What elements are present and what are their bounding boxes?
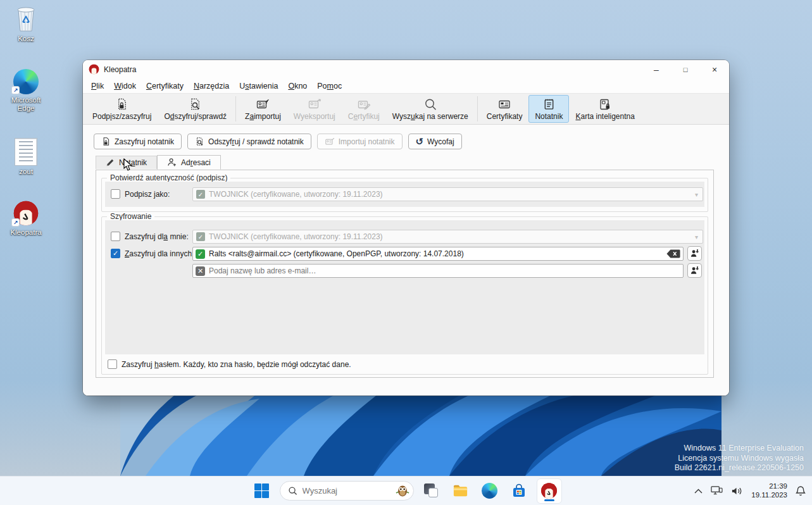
microsoft-store-button[interactable] xyxy=(508,480,530,502)
toolbar-export: Wyeksportuj xyxy=(287,95,342,123)
recipients-panel: Potwierdź autentyczność (podpisz) Podpis… xyxy=(96,170,714,378)
decrypt-verify-notepad-button[interactable]: Odszyfruj / sprawdź notatnik xyxy=(187,134,311,149)
menu-pomoc[interactable]: Pomoc xyxy=(312,80,347,92)
task-view-button[interactable] xyxy=(420,480,443,502)
desktop-icon-label: zout xyxy=(4,168,48,176)
toolbar-import[interactable]: Zaimportuj xyxy=(239,95,287,123)
sign-as-checkbox[interactable] xyxy=(111,189,120,199)
sign-groupbox: Potwierdź autentyczność (podpisz) Podpis… xyxy=(101,178,708,212)
search-input[interactable] xyxy=(303,486,389,496)
menu-widok[interactable]: Widok xyxy=(109,80,141,92)
menubar: Plik Widok Certyfikaty Narzędzia Ustawie… xyxy=(83,78,729,93)
recipient-email-input[interactable] xyxy=(209,266,680,275)
toolbar-separator xyxy=(477,96,478,122)
notepad-tabs: Notatnik Adresaci xyxy=(96,155,221,169)
desktop-icon-recycle-bin[interactable]: Kosz xyxy=(4,4,48,43)
tray-date: 19.11.2023 xyxy=(751,491,787,500)
button-label: Importuj notatnik xyxy=(339,137,395,146)
menu-ustawienia[interactable]: Ustawienia xyxy=(234,80,283,92)
toolbar-decrypt-verify[interactable]: Odszyfruj/sprawdź xyxy=(158,95,233,123)
undo-icon: ↺ xyxy=(416,137,424,146)
document-icon xyxy=(15,138,37,166)
toolbar-label: Certyfikuj xyxy=(348,112,380,121)
recipient-value: Ralts <ralts@airmail.cc> (certyfikowane,… xyxy=(209,249,663,258)
microsoft-store-icon xyxy=(511,483,527,499)
import-icon xyxy=(256,97,270,111)
desktop: { "colors": { "accent_blue": "#1b70c6", … xyxy=(0,0,812,505)
tray-clock[interactable]: 21:39 19.11.2023 xyxy=(751,482,787,499)
desktop-icon-edge[interactable]: ↗ Microsoft Edge xyxy=(4,65,48,113)
titlebar[interactable]: Kleopatra – □ × xyxy=(83,60,729,78)
sign-encrypt-icon xyxy=(101,137,111,146)
encrypt-others-label: Zaszyfruj dla innych: xyxy=(125,249,194,258)
toolbar-lookup-server[interactable]: Wyszukaj na serwerze xyxy=(386,95,475,123)
search-highlight-owl-icon xyxy=(394,483,411,499)
encrypt-notepad-button[interactable]: Zaszyfruj notatnik xyxy=(94,134,182,149)
watermark-line: Licencja systemu Windows wygasła xyxy=(675,454,804,464)
tab-adresaci[interactable]: Adresaci xyxy=(157,155,221,170)
toolbar-notepad[interactable]: Notatnik xyxy=(528,95,569,123)
toolbar-sign-encrypt[interactable]: Podpisz/zaszyfruj xyxy=(86,95,158,123)
file-explorer-icon xyxy=(452,482,469,499)
encrypt-others-checkbox[interactable]: ✓ xyxy=(111,249,120,258)
toolbar-label: Wyeksportuj xyxy=(294,112,335,121)
maximize-button[interactable]: □ xyxy=(671,60,700,78)
toolbar-smartcard[interactable]: Karta inteligentna xyxy=(569,95,640,123)
select-certificate-button[interactable] xyxy=(687,263,702,278)
kleopatra-window-icon xyxy=(89,64,99,75)
network-icon[interactable] xyxy=(711,485,723,496)
sign-encrypt-icon xyxy=(115,97,128,111)
toolbar-label: Podpisz/zaszyfruj xyxy=(92,112,151,121)
desktop-icon-kleopatra[interactable]: ↗ Kleopatra xyxy=(4,197,48,237)
window-content: Zaszyfruj notatnik Odszyfruj / sprawdź n… xyxy=(83,125,729,396)
notification-bell-icon[interactable] xyxy=(796,485,806,496)
desktop-icon-zout[interactable]: zout xyxy=(4,137,48,176)
recycle-bin-icon xyxy=(12,4,40,33)
export-icon xyxy=(308,97,322,111)
encrypt-others-row: ✓ Zaszyfruj dla innych: xyxy=(111,249,194,258)
start-button[interactable] xyxy=(251,480,273,502)
menu-okno[interactable]: Okno xyxy=(283,80,312,92)
recipient-input[interactable]: ✓ Ralts <ralts@airmail.cc> (certyfikowan… xyxy=(192,247,684,261)
watermark-line: Build 22621.ni_release.220506-1250 xyxy=(675,463,804,473)
person-add-icon xyxy=(690,249,699,258)
window-title: Kleopatra xyxy=(104,65,136,74)
disabled-check-icon: ✓ xyxy=(196,190,205,199)
kleopatra-taskbar-button[interactable] xyxy=(537,478,562,504)
tab-label: Adresaci xyxy=(181,158,211,167)
windows-start-icon xyxy=(254,483,269,498)
minimize-button[interactable]: – xyxy=(642,60,671,78)
recipient-empty-input[interactable]: ✕ xyxy=(192,264,684,278)
encrypt-me-label: Zaszyfruj dla mnie: xyxy=(125,232,189,241)
taskbar-search[interactable] xyxy=(280,481,414,501)
search-server-icon xyxy=(423,97,437,111)
toolbar-separator xyxy=(235,96,236,122)
menu-narzedzia[interactable]: Narzędzia xyxy=(189,80,234,92)
toolbar-label: Wyszukaj na serwerze xyxy=(392,112,468,121)
file-explorer-button[interactable] xyxy=(449,480,472,502)
select-certificate-button[interactable] xyxy=(687,246,702,261)
close-button[interactable]: × xyxy=(700,60,729,78)
revert-button[interactable]: ↺ Wycofaj xyxy=(408,134,462,149)
encrypt-password-checkbox[interactable] xyxy=(108,359,117,369)
edge-icon xyxy=(482,483,497,499)
decrypt-verify-icon xyxy=(195,137,204,146)
certificates-icon xyxy=(497,97,511,111)
taskbar: 21:39 19.11.2023 xyxy=(0,476,812,505)
menu-plik[interactable]: Plik xyxy=(86,80,109,92)
import-notepad-button: Importuj notatnik xyxy=(317,134,403,149)
toolbar: Podpisz/zaszyfruj Odszyfruj/sprawdź Zaim… xyxy=(83,93,729,125)
toolbar-label: Zaimportuj xyxy=(245,112,281,121)
edge-button[interactable] xyxy=(478,480,501,502)
encrypt-groupbox: Szyfrowanie Zaszyfruj dla mnie: ✓ TWOJNI… xyxy=(101,216,708,375)
windows-watermark: Windows 11 Enterprise Evaluation Licencj… xyxy=(675,444,804,473)
volume-icon[interactable] xyxy=(731,486,743,496)
clear-input-icon[interactable] xyxy=(666,249,680,258)
desktop-icon-label: Microsoft Edge xyxy=(4,96,48,113)
tray-chevron-up-icon[interactable] xyxy=(694,489,703,494)
menu-certyfikaty[interactable]: Certyfikaty xyxy=(141,80,189,92)
import-icon xyxy=(325,137,335,147)
toolbar-certificates[interactable]: Certyfikaty xyxy=(480,95,529,123)
desktop-icon-label: Kleopatra xyxy=(4,228,48,237)
encrypt-me-checkbox[interactable] xyxy=(111,232,120,241)
